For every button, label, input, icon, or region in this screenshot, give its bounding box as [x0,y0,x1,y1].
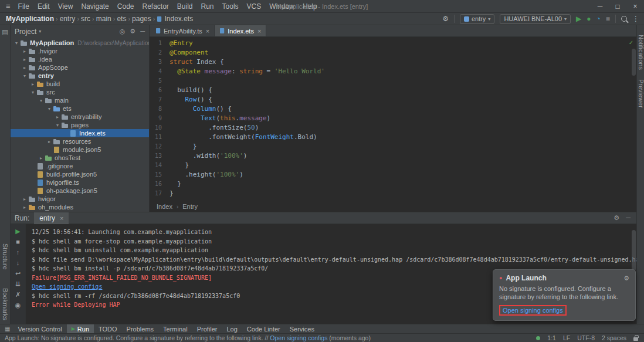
stop-icon[interactable]: ■ [16,239,20,245]
console-open-signing-configs-link[interactable]: Open signing configs [32,283,102,290]
tree-item-hvigor[interactable]: ▸hvigor [11,195,149,203]
menu-code[interactable]: Code [113,0,138,13]
tree-item-myapplication[interactable]: ▾MyApplicationD:\workspace\MyApplication [11,39,149,47]
tree-expand-arrow[interactable]: ▸ [38,155,45,161]
tree-collapse-arrow[interactable]: ▾ [21,73,28,79]
profile-button[interactable]: ◔ [596,15,601,22]
encoding[interactable]: UTF-8 [577,334,595,341]
clear-console-icon[interactable]: ✗ [15,292,21,298]
close-button[interactable]: × [626,0,644,12]
toolwindow-todo[interactable]: TODO [94,324,122,333]
debug-button[interactable]: ● [587,15,591,22]
status-open-signing-configs-link[interactable]: Open signing configs [270,334,327,341]
toolwindow-structure-button[interactable]: Structure [2,243,9,270]
tree-item-build[interactable]: ▸build [11,80,149,88]
tree-expand-arrow[interactable]: ▸ [21,65,28,70]
project-toolwindow-icon[interactable]: ▤ [1,28,9,36]
toolwindow-code-linter[interactable]: Code Linter [242,324,285,333]
tree-item-idea[interactable]: ▸.idea [11,55,149,63]
scroll-to-end-icon[interactable]: ⇊ [15,281,21,287]
tree-collapse-arrow[interactable]: ▾ [38,98,45,103]
toolwindow-bookmarks-button[interactable]: Bookmarks [2,288,9,320]
tree-expand-arrow[interactable]: ▸ [29,82,36,87]
locate-file-icon[interactable]: ◎ [120,28,126,35]
run-tab-entry[interactable]: entry × [34,212,69,224]
search-icon[interactable] [621,16,627,22]
tree-item-entryability[interactable]: ▸entryability [11,113,149,121]
tree-expand-arrow[interactable]: ▸ [21,205,28,210]
stack-up-icon[interactable]: ↑ [16,249,20,256]
tree-item-build-profile-json5[interactable]: build-profile.json5 [11,170,149,178]
device-select[interactable]: HUAWEI BNE-AL00 ▾ [500,14,571,24]
close-tab-icon[interactable]: × [206,28,209,35]
run-button[interactable]: ▶ [576,15,581,22]
menu-view[interactable]: View [54,0,77,13]
tree-collapse-arrow[interactable]: ▾ [46,106,53,111]
menu-window[interactable]: Window [265,0,299,13]
breadcrumb-entry[interactable]: Entry [182,203,198,210]
tree-item-ohostest[interactable]: ▸ohosTest [11,154,149,162]
close-tab-icon[interactable]: × [60,215,63,222]
project-view-selector[interactable]: Project ▾ [15,28,41,36]
close-tab-icon[interactable]: × [257,28,261,35]
menu-tools[interactable]: Tools [218,0,243,13]
more-actions-icon[interactable]: ⋮ [632,15,639,22]
breadcrumb-main[interactable]: main [95,15,113,23]
tree-expand-arrow[interactable]: ▸ [21,57,28,62]
stop-button[interactable]: ■ [606,15,610,22]
menu-vcs[interactable]: VCS [243,0,266,13]
menu-file[interactable]: File [14,0,33,13]
line-ending[interactable]: LF [563,334,570,341]
menu-navigate[interactable]: Navigate [77,0,113,13]
tree-item-hvigorfile-ts[interactable]: hvigorfile.ts [11,178,149,187]
editor-scrollbar[interactable] [632,49,636,76]
open-signing-configs-link[interactable]: Open signing configs [499,305,567,316]
soft-wrap-icon[interactable]: ↩ [15,270,21,277]
tree-item-gitignore[interactable]: .gitignore [11,162,149,170]
breadcrumb-myapplication[interactable]: MyApplication [5,15,55,23]
settings-icon[interactable]: ⚙ [614,214,619,222]
tree-expand-arrow[interactable]: ▸ [46,139,53,144]
tree-expand-arrow[interactable]: ▸ [21,49,28,54]
stack-down-icon[interactable]: ↓ [16,260,20,266]
menu-help[interactable]: Help [299,0,321,13]
menu-run[interactable]: Run [197,0,218,13]
maximize-button[interactable]: □ [609,0,626,12]
tree-item-index-ets[interactable]: Index.ets [11,129,149,137]
breadcrumb-pages[interactable]: pages [131,15,152,23]
run-config-select[interactable]: entry ▾ [460,14,494,24]
breadcrumb-ets[interactable]: ets [116,15,127,23]
write-lock-icon[interactable] [633,337,638,341]
caret-position[interactable]: 1:1 [547,334,556,341]
minimize-button[interactable]: ─ [591,0,609,12]
inspection-check-icon[interactable]: ✓ [629,39,633,46]
toolwindow-run[interactable]: ▶Run [67,324,94,333]
tree-collapse-arrow[interactable]: ▾ [54,123,61,128]
menu-edit[interactable]: Edit [33,0,54,13]
tree-item-oh-package-json5[interactable]: oh-package.json5 [11,187,149,195]
toolwindow-switcher-icon[interactable]: ▦ [2,326,13,332]
toolwindow-terminal[interactable]: Terminal [158,324,192,333]
hide-panel-icon[interactable]: ─ [626,214,631,222]
notification-settings-icon[interactable]: ⚙ [623,275,629,282]
breadcrumb-src[interactable]: src [80,15,91,23]
breadcrumb-index[interactable]: Index [157,203,172,210]
code-editor[interactable]: 1@Entry2@Component3struct Index {4 @Stat… [150,37,636,201]
tree-item-module-json5[interactable]: module.json5 [11,145,149,154]
tree-item-resources[interactable]: ▸resources [11,137,149,145]
main-menu-icon[interactable]: ≡ [2,2,14,11]
tree-item-pages[interactable]: ▾pages [11,121,149,129]
toolwindow-services[interactable]: Services [285,324,319,333]
settings-gear-icon[interactable]: ⚙ [442,15,449,22]
tree-item-main[interactable]: ▾main [11,96,149,104]
tree-item-oh-modules[interactable]: ▸oh_modules [11,203,149,211]
toolwindow-previewer-button[interactable]: Previewer [638,79,644,108]
tree-item-src[interactable]: ▾src [11,88,149,96]
tree-item-hvigor[interactable]: ▸.hvigor [11,47,149,55]
rerun-icon[interactable]: ▶ [15,228,20,235]
editor-tab-entryability-ts[interactable]: EntryAbility.ts× [151,25,215,36]
tree-collapse-arrow[interactable]: ▾ [29,90,36,95]
indent-size[interactable]: 2 spaces [602,334,626,341]
settings-icon[interactable]: ⚙ [130,28,135,35]
menu-build[interactable]: Build [173,0,197,13]
